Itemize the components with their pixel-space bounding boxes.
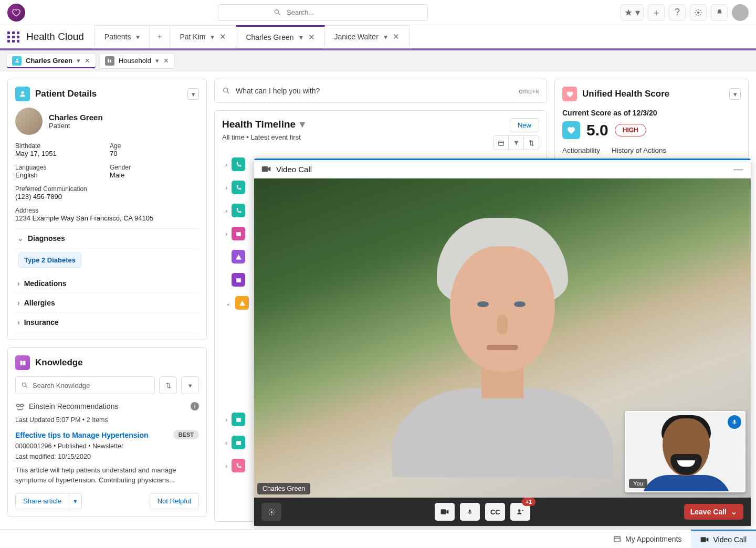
close-icon[interactable]: ✕ <box>163 57 169 65</box>
section-diagnoses[interactable]: ⌄Diagnoses <box>15 229 199 248</box>
notifications-icon[interactable] <box>711 4 728 21</box>
help-icon[interactable]: ? <box>669 4 686 21</box>
assist-bar[interactable]: What can I help you with? cmd+k <box>214 79 547 103</box>
subtab-label: Charles Green <box>26 57 72 65</box>
video-pip[interactable]: You <box>625 411 746 492</box>
svg-rect-24 <box>441 509 446 514</box>
svg-point-0 <box>275 10 279 14</box>
section-allergies[interactable]: ›Allergies <box>15 293 199 313</box>
call-icon <box>232 181 245 194</box>
leave-call-button[interactable]: Leave Call ⌄ <box>684 504 743 520</box>
svg-rect-29 <box>701 537 706 542</box>
user-avatar[interactable] <box>732 4 749 21</box>
video-call-title: Video Call <box>276 165 312 174</box>
article-idline: 0000001296 • Published • Newsletter <box>15 442 199 450</box>
diagnosis-pill[interactable]: Type 2 Diabetes <box>18 252 81 268</box>
chevron-down-icon: ▾ <box>136 33 140 41</box>
nav-tab-pat-kim[interactable]: Pat Kim ▾ ✕ <box>170 25 236 48</box>
app-launcher-icon[interactable] <box>7 30 20 43</box>
nav-tab-janice-walter[interactable]: Janice Walter ▾ ✕ <box>325 25 410 48</box>
close-icon[interactable]: ✕ <box>393 32 400 41</box>
toggle-video-button[interactable] <box>435 503 455 521</box>
knowledge-menu-button[interactable]: ▾ <box>181 376 199 394</box>
close-icon[interactable]: ✕ <box>308 33 315 42</box>
section-medications[interactable]: ›Medications <box>15 274 199 293</box>
filter-icon[interactable] <box>508 135 524 150</box>
setup-gear-icon[interactable] <box>690 4 707 21</box>
knowledge-card: Knowledge Search Knowledge ⇅ ▾ Einstein … <box>7 347 207 517</box>
bottom-tab-appointments[interactable]: My Appointments <box>604 530 691 548</box>
chevron-down-icon: ▾ <box>155 57 159 65</box>
gender-value: Male <box>110 171 199 179</box>
subtab-patient[interactable]: Charles Green ▾ ✕ <box>6 53 96 69</box>
einstein-rec-label: Einstein Recommendations <box>29 402 118 410</box>
svg-point-9 <box>22 383 26 386</box>
subtab-household[interactable]: Household ▾ ✕ <box>99 53 175 69</box>
favorites-button[interactable]: ★ ▾ <box>621 4 644 21</box>
minimize-button[interactable]: — <box>734 164 743 175</box>
info-icon[interactable]: i <box>191 402 199 410</box>
timeline-subtitle: All time • Latest event first <box>222 133 305 141</box>
call-icon <box>232 459 245 472</box>
svg-point-26 <box>518 509 521 512</box>
settings-gear-icon[interactable] <box>261 503 281 521</box>
card-menu-button[interactable]: ▾ <box>187 88 199 100</box>
svg-rect-7 <box>20 361 22 365</box>
chevron-down-icon[interactable]: ▾ <box>300 118 305 130</box>
add-button[interactable]: ＋ <box>648 4 665 21</box>
alert-icon <box>235 296 249 310</box>
article-title[interactable]: Effective tips to Manage Hypertension <box>15 431 199 439</box>
chevron-down-icon: ▾ <box>211 33 214 41</box>
nav-tab-patients[interactable]: Patients ▾ <box>94 25 150 48</box>
score-tab-history[interactable]: History of Actions <box>612 146 666 154</box>
address-label: Address <box>15 207 199 214</box>
sort-icon[interactable]: ⇅ <box>523 135 539 150</box>
score-tab-actionability[interactable]: Actionability <box>562 146 600 154</box>
share-article-button[interactable]: Share article <box>15 493 69 509</box>
score-pill: HIGH <box>615 124 646 136</box>
video-icon <box>700 536 709 543</box>
age-label: Age <box>110 142 199 150</box>
nav-tab-add[interactable]: ＋ <box>150 25 170 48</box>
video-call-panel: Video Call — Charles Green You <box>254 159 751 526</box>
card-title: Unified Health Score <box>582 89 669 99</box>
toggle-mic-button[interactable] <box>460 503 480 521</box>
nav-tab-charles-green[interactable]: Charles Green ▾ ✕ <box>236 25 324 48</box>
address-link[interactable]: 1234 Example Way San Francisco, CA 94105 <box>15 214 199 222</box>
close-icon[interactable]: ✕ <box>219 32 226 41</box>
hospital-icon <box>232 227 245 240</box>
app-logo[interactable] <box>7 4 25 22</box>
mic-icon[interactable] <box>728 415 741 429</box>
call-icon <box>232 157 245 171</box>
section-label: Medications <box>24 279 67 288</box>
chevron-down-icon: ▾ <box>299 33 303 41</box>
hospital-icon <box>232 436 245 449</box>
chevron-right-icon: › <box>225 184 227 192</box>
closed-captions-button[interactable]: CC <box>485 503 505 521</box>
knowledge-sort-button[interactable]: ⇅ <box>159 376 177 394</box>
section-insurance[interactable]: ›Insurance <box>15 313 199 332</box>
video-icon <box>261 165 271 173</box>
heart-icon <box>562 87 577 101</box>
close-icon[interactable]: ✕ <box>85 57 90 65</box>
new-button[interactable]: New <box>510 118 539 132</box>
phone-link[interactable]: (123) 456-7890 <box>15 193 199 201</box>
calendar-icon[interactable] <box>493 135 509 150</box>
chevron-right-icon: › <box>225 462 227 470</box>
share-article-menu[interactable]: ▾ <box>69 493 82 509</box>
svg-rect-19 <box>236 418 241 422</box>
card-title: Patient Details <box>35 89 97 99</box>
chevron-down-icon: ▾ <box>384 33 387 41</box>
knowledge-search-input[interactable]: Search Knowledge <box>15 376 155 394</box>
birthdate-value: May 17, 1951 <box>15 150 104 157</box>
svg-point-3 <box>16 59 18 61</box>
card-menu-button[interactable]: ▾ <box>729 88 741 100</box>
global-search[interactable] <box>218 4 428 21</box>
score-date: Current Score as of 12/3/20 <box>562 109 741 117</box>
languages-value: English <box>15 171 104 179</box>
timeline-title: Health Timeline <box>222 119 296 130</box>
search-icon <box>222 87 230 95</box>
global-search-input[interactable] <box>218 8 427 16</box>
bottom-tab-video-call[interactable]: Video Call <box>691 530 756 548</box>
not-helpful-button[interactable]: Not Helpful <box>150 493 199 509</box>
